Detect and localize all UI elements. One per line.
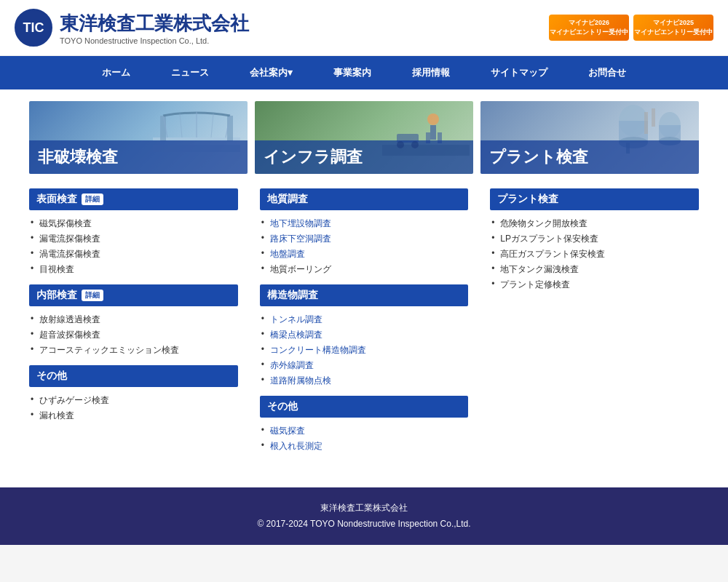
list-item: 地質ボーリング	[260, 262, 469, 277]
content-grid: 表面検査 詳細 磁気探傷検査 漏電流探傷検査 渦電流探傷検査 目視検査 内部検査…	[29, 188, 699, 461]
svg-rect-11	[430, 125, 436, 140]
list-item: 漏電流探傷検査	[29, 231, 238, 247]
nav-recruit[interactable]: 採用情報	[392, 56, 470, 89]
struct-link-5[interactable]: 道路附属物点検	[270, 375, 331, 386]
list-item: 渦電流探傷検査	[29, 247, 238, 262]
col-plant: プラント検査 危険物タンク開放検査 LPガスプラント保安検査 高圧ガスプラント保…	[490, 188, 699, 461]
company-logo-icon: TIC	[15, 9, 52, 47]
list-item: 赤外線調査	[260, 358, 469, 373]
geology-list: 地下埋設物調査 路床下空洞調査 地盤調査 地質ボーリング	[260, 216, 469, 284]
section-header-internal: 内部検査 詳細	[29, 284, 238, 306]
svg-line-7	[211, 113, 213, 137]
list-item: 超音波探傷検査	[29, 327, 238, 343]
list-item: コンクリート構造物調査	[260, 343, 469, 358]
hero-ndt[interactable]: 非破壊検査	[29, 101, 248, 174]
hero-infra-label: インフラ調査	[255, 140, 473, 174]
list-item: 危険物タンク開放検査	[490, 216, 699, 231]
svg-rect-24	[644, 112, 648, 134]
nav-contact[interactable]: お問合せ	[568, 56, 646, 89]
banner-2026[interactable]: マイナビ2026 マイナビエントリー受付中	[549, 15, 629, 41]
list-item: 磁気探傷検査	[29, 216, 238, 231]
hero-plant[interactable]: プラント検査	[480, 101, 699, 174]
geology-link-3[interactable]: 地盤調査	[270, 249, 305, 259]
hero-row: 非破壊検査 インフラ調査	[29, 101, 699, 174]
list-item: 目視検査	[29, 262, 238, 277]
struct-link-3[interactable]: コンクリート構造物調査	[270, 345, 366, 355]
list-item: 磁気探査	[260, 423, 469, 439]
other2-link-2[interactable]: 根入れ長測定	[270, 441, 323, 451]
footer: 東洋検査工業株式会社 © 2017-2024 TOYO Nondestructi…	[0, 487, 728, 545]
geology-link-2[interactable]: 路床下空洞調査	[270, 234, 331, 244]
struct-link-4[interactable]: 赤外線調査	[270, 360, 314, 370]
svg-line-6	[180, 113, 182, 137]
svg-point-10	[427, 113, 439, 125]
list-item: アコースティックエミッション検査	[29, 343, 238, 358]
list-item: 地下埋設物調査	[260, 216, 469, 231]
list-item: LPガスプラント保安検査	[490, 231, 699, 247]
hero-ndt-label: 非破壊検査	[29, 140, 248, 174]
main-nav: ホーム ニュース 会社案内▾ 事業案内 採用情報 サイトマップ お問合せ	[0, 56, 728, 89]
detail-badge-surface[interactable]: 詳細	[82, 194, 103, 205]
nav-sitemap[interactable]: サイトマップ	[470, 56, 568, 89]
list-item: プラント定修検査	[490, 277, 699, 292]
list-item: 道路附属物点検	[260, 373, 469, 388]
section-structure: 構造物調査 トンネル調査 橋梁点検調査 コンクリート構造物調査 赤外線調査 道路…	[260, 284, 469, 396]
list-item: ひずみゲージ検査	[29, 393, 238, 408]
list-item: 高圧ガスプラント保安検査	[490, 247, 699, 262]
list-item: 根入れ長測定	[260, 439, 469, 454]
header: TIC 東洋検査工業株式会社 TOYO Nondestructive Inspe…	[0, 0, 728, 56]
section-surface-inspection: 表面検査 詳細 磁気探傷検査 漏電流探傷検査 渦電流探傷検査 目視検査	[29, 188, 238, 284]
logo-text: 東洋検査工業株式会社 TOYO Nondestructive Inspectio…	[60, 11, 249, 45]
structure-list: トンネル調査 橋梁点検調査 コンクリート構造物調査 赤外線調査 道路附属物点検	[260, 312, 469, 396]
banner-2025[interactable]: マイナビ2025 マイナビエントリー受付中	[633, 15, 713, 41]
geology-link-1[interactable]: 地下埋設物調査	[270, 218, 331, 228]
other1-list: ひずみゲージ検査 漏れ検査	[29, 393, 238, 431]
col-infra: 地質調査 地下埋設物調査 路床下空洞調査 地盤調査 地質ボーリング 構造物調査	[260, 188, 469, 461]
detail-badge-internal[interactable]: 詳細	[82, 290, 103, 301]
header-banners: マイナビ2026 マイナビエントリー受付中 マイナビ2025 マイナビエントリー…	[549, 15, 713, 41]
company-name-en: TOYO Nondestructive Inspection Co., Ltd.	[60, 36, 249, 45]
section-header-structure: 構造物調査	[260, 284, 469, 306]
list-item: 地下タンク漏洩検査	[490, 262, 699, 277]
section-header-other2: その他	[260, 396, 469, 418]
main-content: 非破壊検査 インフラ調査	[0, 89, 728, 473]
plant-list: 危険物タンク開放検査 LPガスプラント保安検査 高圧ガスプラント保安検査 地下タ…	[490, 216, 699, 300]
section-header-geology: 地質調査	[260, 188, 469, 210]
section-other-col2: その他 磁気探査 根入れ長測定	[260, 396, 469, 461]
nav-news[interactable]: ニュース	[151, 56, 229, 89]
section-header-plant: プラント検査	[490, 188, 699, 210]
hero-plant-label: プラント検査	[480, 140, 699, 174]
hero-infra[interactable]: インフラ調査	[255, 101, 473, 174]
footer-company: 東洋検査工業株式会社	[13, 501, 715, 517]
list-item: 路床下空洞調査	[260, 231, 469, 247]
section-header-surface: 表面検査 詳細	[29, 188, 238, 210]
section-other-col1: その他 ひずみゲージ検査 漏れ検査	[29, 365, 238, 431]
list-item: 橋梁点検調査	[260, 327, 469, 343]
internal-list: 放射線透過検査 超音波探傷検査 アコースティックエミッション検査	[29, 312, 238, 365]
section-plant: プラント検査 危険物タンク開放検査 LPガスプラント保安検査 高圧ガスプラント保…	[490, 188, 699, 300]
struct-link-2[interactable]: 橋梁点検調査	[270, 330, 323, 340]
col-ndt: 表面検査 詳細 磁気探傷検査 漏電流探傷検査 渦電流探傷検査 目視検査 内部検査…	[29, 188, 238, 461]
nav-company[interactable]: 会社案内▾	[229, 56, 313, 89]
nav-home[interactable]: ホーム	[82, 56, 151, 89]
other2-link-1[interactable]: 磁気探査	[270, 426, 305, 436]
section-internal-inspection: 内部検査 詳細 放射線透過検査 超音波探傷検査 アコースティックエミッション検査	[29, 284, 238, 365]
nav-business[interactable]: 事業案内	[313, 56, 392, 89]
company-name-ja: 東洋検査工業株式会社	[60, 11, 249, 36]
footer-copyright: © 2017-2024 TOYO Nondestructive Inspecti…	[13, 517, 715, 533]
list-item: 地盤調査	[260, 247, 469, 262]
list-item: 放射線透過検査	[29, 312, 238, 327]
struct-link-1[interactable]: トンネル調査	[270, 314, 323, 324]
list-item: 漏れ検査	[29, 408, 238, 423]
other2-list: 磁気探査 根入れ長測定	[260, 423, 469, 461]
section-header-other1: その他	[29, 365, 238, 387]
list-item: トンネル調査	[260, 312, 469, 327]
surface-list: 磁気探傷検査 漏電流探傷検査 渦電流探傷検査 目視検査	[29, 216, 238, 284]
section-geology: 地質調査 地下埋設物調査 路床下空洞調査 地盤調査 地質ボーリング	[260, 188, 469, 284]
logo-area: TIC 東洋検査工業株式会社 TOYO Nondestructive Inspe…	[15, 9, 249, 47]
svg-rect-25	[652, 108, 655, 127]
